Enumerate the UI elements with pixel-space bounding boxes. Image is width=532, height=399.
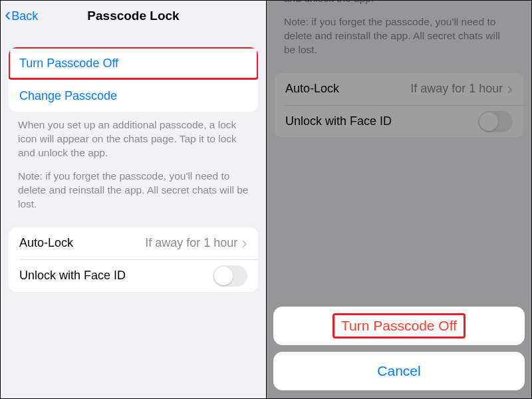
chevron-right-icon: › <box>241 234 247 251</box>
sheet-turn-passcode-off-button[interactable]: Turn Passcode Off <box>273 307 525 345</box>
change-passcode-label: Change Passcode <box>19 89 117 103</box>
settings-screen-with-sheet: icon will appear on the chats page. Tap … <box>266 0 532 399</box>
face-id-label: Unlock with Face ID <box>19 269 126 283</box>
chevron-left-icon: ‹ <box>5 5 11 24</box>
nav-bar: ‹ Back Passcode Lock <box>1 1 266 31</box>
back-button[interactable]: ‹ Back <box>5 1 38 31</box>
face-id-toggle[interactable] <box>213 265 247 287</box>
page-title: Passcode Lock <box>1 9 266 23</box>
help-paragraph-2: Note: if you forget the passcode, you'll… <box>18 170 249 211</box>
turn-passcode-off-row[interactable]: Turn Passcode Off <box>9 47 258 79</box>
passcode-help-text: When you set up an additional passcode, … <box>18 118 249 211</box>
toggle-knob <box>214 267 233 285</box>
change-passcode-row[interactable]: Change Passcode <box>9 80 258 112</box>
sheet-cancel-label: Cancel <box>377 363 420 379</box>
auto-lock-label: Auto-Lock <box>19 236 73 250</box>
auto-lock-row[interactable]: Auto-Lock If away for 1 hour › <box>9 227 258 259</box>
turn-passcode-off-label: Turn Passcode Off <box>19 57 118 70</box>
auto-lock-value: If away for 1 hour <box>145 236 237 250</box>
options-group: Auto-Lock If away for 1 hour › Unlock wi… <box>9 227 258 292</box>
action-sheet: Turn Passcode Off Cancel <box>273 307 525 390</box>
face-id-row[interactable]: Unlock with Face ID <box>9 260 258 292</box>
back-label: Back <box>11 9 38 23</box>
settings-screen: ‹ Back Passcode Lock Turn Passcode Off C… <box>0 0 266 399</box>
help-paragraph-1: When you set up an additional passcode, … <box>18 118 249 160</box>
sheet-turn-passcode-off-label: Turn Passcode Off <box>332 313 466 338</box>
sheet-cancel-button[interactable]: Cancel <box>273 352 525 390</box>
passcode-actions-group: Turn Passcode Off Change Passcode <box>9 47 258 112</box>
